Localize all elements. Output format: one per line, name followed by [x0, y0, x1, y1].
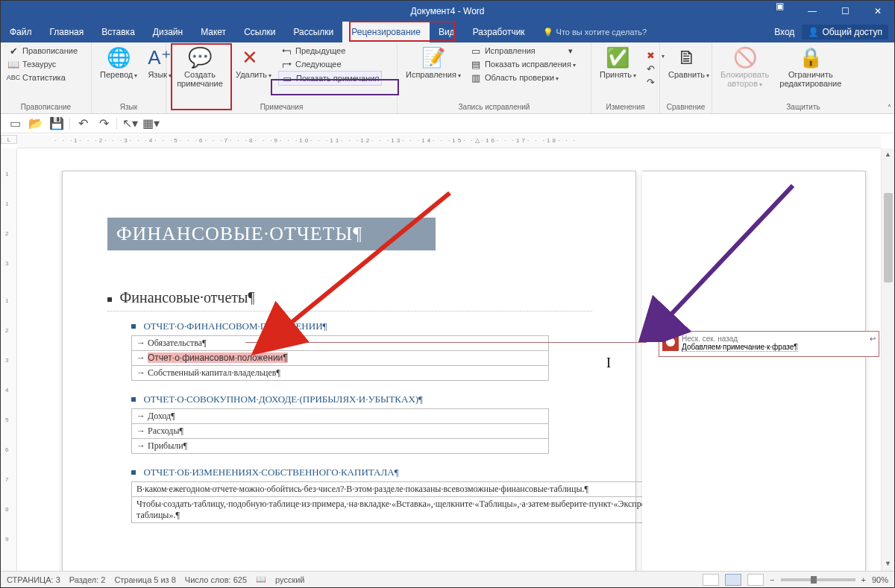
group-tracking-label: Запись исправлений: [402, 101, 586, 113]
scroll-up-icon[interactable]: ▲: [885, 148, 891, 160]
qat-undo-icon[interactable]: ↶: [75, 116, 91, 131]
translate-icon: 🌐: [107, 46, 131, 70]
doc-title[interactable]: ФИНАНСОВЫЕ·ОТЧЕТЫ¶: [107, 218, 436, 250]
comment-connector-line: [245, 342, 647, 343]
signin-link[interactable]: Вход: [774, 27, 794, 37]
track-changes-button[interactable]: 📝Исправления: [402, 44, 465, 81]
status-proof-icon[interactable]: 📖: [256, 575, 266, 584]
tab-review[interactable]: Рецензирование: [342, 22, 430, 42]
selected-text[interactable]: Отчет·о·финансовом·положении¶: [148, 353, 288, 363]
collapse-ribbon-icon[interactable]: ˄: [888, 104, 891, 112]
show-comments-icon: ▭: [281, 72, 293, 84]
ribbon-tabs: Файл Главная Вставка Дизайн Макет Ссылки…: [1, 22, 894, 42]
print-layout-button[interactable]: [725, 574, 741, 586]
accept-button[interactable]: ✅Принять: [596, 44, 640, 81]
delete-comment-button[interactable]: ✕Удалить: [232, 44, 275, 81]
markup-icon: ▤: [470, 58, 482, 70]
tab-mailings[interactable]: Рассылки: [284, 22, 342, 42]
qat-new-icon[interactable]: ▭: [7, 116, 23, 131]
lightbulb-icon: 💡: [543, 28, 553, 37]
block-authors-icon: 🚫: [733, 46, 757, 70]
reply-icon[interactable]: ↩: [870, 335, 876, 343]
qat-save-icon[interactable]: 💾: [48, 116, 65, 131]
heading-2[interactable]: ОТЧЕТ·ОБ·ИЗМЕНЕНИЯХ·СОБСТВЕННОГО·КАПИТАЛ…: [143, 467, 398, 478]
zoom-slider[interactable]: [781, 578, 855, 581]
table[interactable]: В·каком·ежегодном·отчете·можно·обойтись·…: [131, 481, 662, 523]
document-page[interactable]: ФИНАНСОВЫЕ·ОТЧЕТЫ¶ Финансовые·отчеты¶ ОТ…: [62, 171, 636, 571]
vertical-scrollbar[interactable]: ▲ ▼: [881, 148, 894, 571]
heading-1[interactable]: Финансовые·отчеты¶: [119, 289, 254, 306]
status-bar: СТРАНИЦА: 3 Раздел: 2 Страница 5 из 8 Чи…: [1, 571, 894, 587]
show-comments-button[interactable]: ▭Показать примечания: [278, 71, 382, 86]
heading-2[interactable]: ОТЧЕТ·О·ФИНАНСОВОМ·ПОЛОЖЕНИИ¶: [143, 320, 327, 332]
tab-file[interactable]: Файл: [1, 22, 41, 42]
read-mode-button[interactable]: [703, 574, 719, 586]
tab-layout[interactable]: Макет: [192, 22, 235, 42]
quick-access-toolbar: ▭ 📂 💾 ↶ ↷ ↖▾ ▦▾: [1, 114, 894, 133]
status-language[interactable]: русский: [275, 575, 304, 584]
web-layout-button[interactable]: [747, 574, 764, 586]
thesaurus-button[interactable]: 📖Тезаурус: [5, 57, 80, 71]
word-count-button[interactable]: ABCСтатистика: [5, 71, 80, 84]
qat-redo-icon[interactable]: ↷: [95, 116, 112, 131]
tab-home[interactable]: Главная: [41, 22, 93, 42]
zoom-in-button[interactable]: +: [861, 575, 866, 584]
table-row: → Доход¶: [132, 409, 549, 424]
zoom-out-button[interactable]: −: [770, 575, 774, 584]
avatar-icon: [662, 335, 679, 351]
reviewing-pane-dropdown[interactable]: ▥Область проверки: [468, 71, 578, 84]
tab-references[interactable]: Ссылки: [235, 22, 284, 42]
prev-icon: ⮢: [280, 45, 292, 57]
show-markup-dropdown[interactable]: ▤Показать исправления: [468, 57, 578, 71]
close-button[interactable]: ✕: [861, 1, 894, 22]
scroll-thumb[interactable]: [884, 193, 893, 282]
zoom-level[interactable]: 90%: [872, 575, 888, 584]
heading-2[interactable]: ОТЧЕТ·О·СОВОКУПНОМ·ДОХОДЕ·(ПРИБЫЛЯХ·И·УБ…: [143, 393, 423, 405]
text-cursor-icon: I: [606, 355, 611, 371]
stats-icon: ABC: [7, 72, 19, 83]
tab-developer[interactable]: Разработчик: [464, 22, 534, 42]
ribbon-display-options-icon[interactable]: ▣: [763, 1, 796, 22]
display-for-review-dropdown[interactable]: ▭Исправления▾: [468, 44, 578, 57]
status-page[interactable]: СТРАНИЦА: 3: [7, 575, 60, 584]
previous-comment-button[interactable]: ⮢Предыдущее: [278, 44, 382, 57]
minimize-button[interactable]: ―: [796, 1, 829, 22]
maximize-button[interactable]: ☐: [829, 1, 861, 22]
compare-button[interactable]: 🗎Сравнить: [665, 44, 713, 81]
tab-view[interactable]: Вид: [430, 22, 464, 42]
translate-button[interactable]: 🌐Перевод: [96, 44, 141, 81]
table[interactable]: → Доход¶ → Расходы¶ → Прибыли¶: [131, 408, 549, 454]
group-language-label: Язык: [96, 101, 161, 113]
status-words[interactable]: Число слов: 625: [185, 575, 247, 584]
restrict-icon: 🔒: [799, 46, 823, 70]
new-comment-button[interactable]: 💬Создатьпримечание: [171, 44, 229, 90]
table-row: В·каком·ежегодном·отчете·можно·обойтись·…: [132, 482, 662, 497]
group-changes-label: Изменения: [596, 101, 655, 113]
comment-text[interactable]: Добавляем·примечание·к·фразе¶: [682, 343, 798, 352]
tab-design[interactable]: Дизайн: [144, 22, 192, 42]
qat-open-icon[interactable]: 📂: [28, 116, 44, 131]
qat-group-icon[interactable]: ▦▾: [142, 116, 159, 131]
table-row: → Обязательства¶: [132, 336, 549, 351]
next-change-icon: ↷: [645, 76, 657, 88]
tell-me-search[interactable]: 💡Что вы хотите сделать?: [534, 22, 656, 42]
spelling-button[interactable]: ✔Правописание: [5, 44, 80, 57]
next-comment-button[interactable]: ⮣Следующее: [278, 57, 382, 71]
title-bar: Документ4 - Word ▣ ― ☐ ✕: [1, 1, 894, 22]
document-area[interactable]: ФИНАНСОВЫЕ·ОТЧЕТЫ¶ Финансовые·отчеты¶ ОТ…: [17, 148, 881, 571]
horizontal-ruler[interactable]: · · ·1· · ·2· · ·3· · ·4· · ·5· · ·6· · …: [17, 135, 881, 148]
status-pages[interactable]: Страница 5 из 8: [114, 575, 175, 584]
zoom-knob[interactable]: [811, 576, 817, 584]
vertical-ruler[interactable]: 1123123456789: [1, 148, 17, 571]
tab-insert[interactable]: Вставка: [92, 22, 144, 42]
table-row: → Расходы¶: [132, 424, 549, 439]
status-section[interactable]: Раздел: 2: [69, 575, 106, 584]
bullet-icon: [107, 297, 112, 302]
scroll-down-icon[interactable]: ▼: [885, 557, 891, 569]
pane-icon: ▥: [470, 72, 482, 83]
comment-balloon[interactable]: ↩ Неск. сек. назад Добавляем·примечание·…: [659, 331, 879, 357]
restrict-editing-button[interactable]: 🔒Ограничитьредактирование: [776, 44, 845, 90]
share-button[interactable]: 👤Общий доступ: [802, 25, 888, 39]
next-icon: ⮣: [280, 58, 292, 70]
qat-select-icon[interactable]: ↖▾: [122, 116, 138, 131]
